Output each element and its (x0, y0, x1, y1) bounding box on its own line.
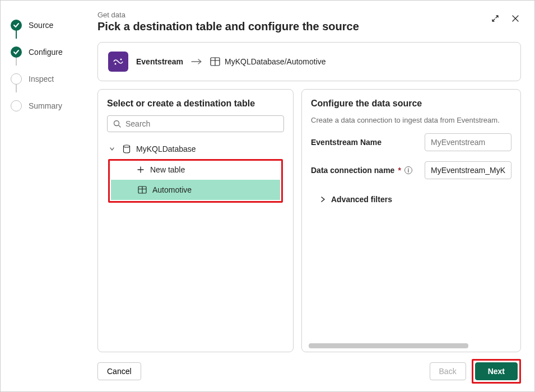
tree-db-row[interactable]: MyKQLDatabase (108, 142, 283, 159)
eventstream-name-label: Eventstream Name (311, 138, 382, 147)
check-icon (11, 46, 22, 58)
cancel-button[interactable]: Cancel (97, 362, 141, 380)
eventstream-name-input (425, 133, 511, 151)
connection-name-input[interactable] (425, 161, 511, 179)
connection-name-label: Data connection name * i (311, 166, 412, 175)
horizontal-scrollbar[interactable] (309, 343, 514, 348)
wizard-stepper: Source Configure Inspect Summary (1, 1, 87, 391)
card-title: Configure the data source (311, 99, 511, 109)
table-icon (138, 186, 147, 194)
step-label: Summary (29, 101, 62, 110)
circle-icon (11, 100, 22, 111)
table-name: Automotive (152, 185, 192, 194)
new-table-label: New table (150, 165, 185, 174)
card-title: Select or create a destination table (107, 99, 284, 109)
destination-table-card: Select or create a destination table MyK… (97, 89, 294, 352)
svg-point-4 (124, 145, 130, 147)
eventstream-icon (108, 52, 128, 72)
step-label: Inspect (29, 74, 54, 83)
page-title: Pick a destination table and configure t… (97, 20, 359, 33)
eyebrow: Get data (97, 11, 359, 19)
main-content: Get data Pick a destination table and co… (87, 1, 534, 391)
source-label: Eventstream (136, 57, 183, 66)
plus-icon (137, 166, 145, 174)
svg-point-3 (114, 121, 119, 126)
svg-point-0 (115, 63, 117, 65)
db-name: MyKQLDatabase (136, 144, 196, 153)
search-icon (113, 120, 121, 128)
new-table-row[interactable]: New table (110, 162, 281, 180)
next-highlight: Next (472, 359, 521, 384)
step-label: Configure (29, 48, 63, 57)
tree-table-row[interactable]: Automotive (111, 180, 280, 200)
info-icon[interactable]: i (404, 166, 412, 174)
table-icon (210, 57, 220, 66)
required-asterisk: * (398, 166, 401, 175)
selection-highlight: New table Automotive (108, 159, 283, 203)
dialog-footer: Cancel Back Next (97, 352, 521, 384)
circle-icon (11, 73, 22, 85)
next-button[interactable]: Next (475, 362, 518, 380)
advanced-filters-label: Advanced filters (331, 195, 392, 204)
close-icon[interactable] (510, 13, 521, 24)
search-input-wrap[interactable] (107, 115, 284, 132)
step-summary: Summary (11, 92, 82, 119)
source-dest-summary: Eventstream MyKQLDatabase/Automotive (97, 42, 521, 81)
expand-icon[interactable] (490, 13, 501, 24)
search-input[interactable] (125, 119, 278, 128)
card-subtitle: Create a data connection to ingest data … (311, 115, 511, 125)
step-source[interactable]: Source (11, 12, 82, 39)
step-configure[interactable]: Configure (11, 39, 82, 66)
back-button: Back (430, 362, 466, 380)
dest-label: MyKQLDatabase/Automotive (225, 57, 326, 66)
chevron-right-icon (320, 196, 325, 203)
advanced-filters-toggle[interactable]: Advanced filters (311, 189, 511, 204)
check-icon (11, 20, 22, 31)
chevron-down-icon (109, 146, 117, 152)
configure-source-card: Configure the data source Create a data … (301, 89, 521, 352)
step-label: Source (29, 21, 53, 30)
arrow-right-icon (191, 58, 202, 65)
database-icon (123, 144, 131, 153)
svg-point-1 (120, 59, 122, 60)
step-inspect: Inspect (11, 66, 82, 92)
